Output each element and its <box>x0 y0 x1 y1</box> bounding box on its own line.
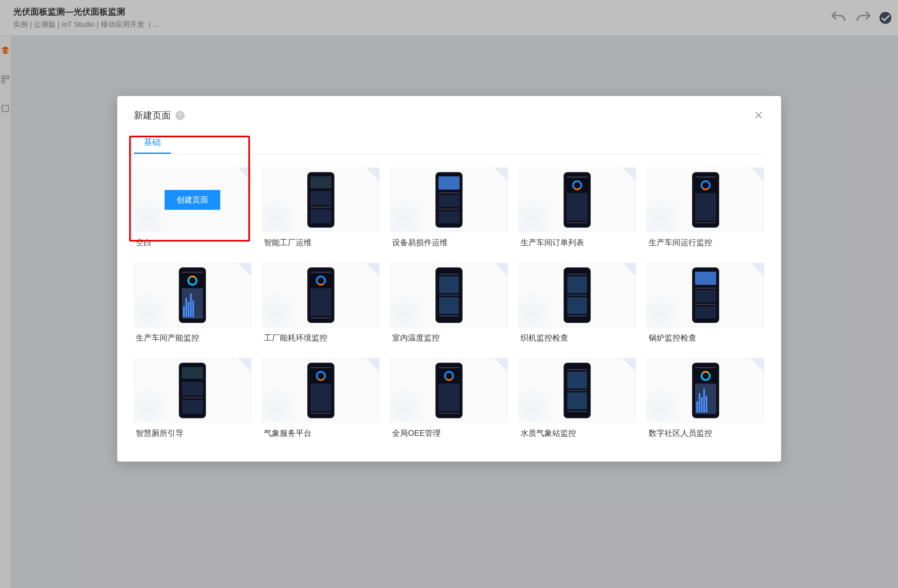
template-card[interactable]: 生产车间产能监控 <box>134 263 251 343</box>
phone-mockup <box>307 363 334 418</box>
phone-mockup <box>564 172 591 228</box>
template-preview <box>390 358 507 422</box>
template-name: 生产车间订单列表 <box>518 232 636 248</box>
template-card[interactable]: 织机监控检查 <box>518 263 636 343</box>
close-button[interactable] <box>753 109 764 121</box>
template-card[interactable]: 锅炉监控检查 <box>647 263 764 343</box>
template-card[interactable]: 设备易损件运维 <box>390 167 507 248</box>
template-card[interactable]: 数字社区人员监控 <box>647 358 764 438</box>
template-name: 锅炉监控检查 <box>647 327 764 343</box>
template-card[interactable]: 工厂能耗环境监控 <box>262 263 380 343</box>
template-preview <box>647 263 764 327</box>
phone-mockup <box>307 267 334 323</box>
tab-basic[interactable]: 基础 <box>134 132 171 154</box>
template-preview: 创建页面 <box>134 167 251 232</box>
template-name: 水质气象站监控 <box>518 422 636 438</box>
template-name: 生产车间运行监控 <box>647 232 764 248</box>
modal-header: 新建页面 ? <box>134 109 764 122</box>
template-preview <box>390 263 507 327</box>
template-preview <box>390 167 507 232</box>
template-card[interactable]: 水质气象站监控 <box>518 358 636 438</box>
template-preview <box>262 263 380 327</box>
template-card[interactable]: 室内温度监控 <box>390 263 507 343</box>
template-card[interactable]: 气象服务平台 <box>262 358 380 438</box>
template-grid: 创建页面空白智能工厂运维设备易损件运维生产车间订单列表生产车间运行监控生产车间产… <box>134 167 764 438</box>
phone-mockup <box>435 267 463 323</box>
template-name: 织机监控检查 <box>518 327 636 343</box>
template-name: 空白 <box>134 232 251 248</box>
template-card[interactable]: 智能工厂运维 <box>262 167 380 248</box>
phone-mockup <box>179 363 206 418</box>
template-preview <box>134 263 251 327</box>
phone-mockup <box>435 172 463 228</box>
phone-mockup <box>307 172 334 228</box>
phone-mockup <box>564 267 591 323</box>
help-icon[interactable]: ? <box>175 111 185 120</box>
template-preview <box>262 167 380 232</box>
phone-mockup <box>564 363 591 418</box>
phone-mockup <box>692 363 719 418</box>
template-name: 全局OEE管理 <box>390 422 507 438</box>
template-name: 智慧厕所引导 <box>134 422 251 438</box>
template-name: 数字社区人员监控 <box>647 422 764 438</box>
phone-mockup <box>435 363 463 418</box>
template-preview <box>134 358 251 422</box>
phone-mockup <box>692 267 719 323</box>
template-preview <box>647 167 764 232</box>
template-card[interactable]: 智慧厕所引导 <box>134 358 251 438</box>
template-name: 生产车间产能监控 <box>134 327 251 343</box>
template-preview <box>518 358 636 422</box>
template-preview <box>647 358 764 422</box>
template-card[interactable]: 创建页面空白 <box>134 167 251 248</box>
template-card[interactable]: 生产车间订单列表 <box>518 167 636 248</box>
template-preview <box>262 358 380 422</box>
modal-overlay: 新建页面 ? 基础 创建页面空白智能工厂运维设备易损件运维生产车间订单列表生产车… <box>0 0 898 588</box>
create-page-button[interactable]: 创建页面 <box>165 190 220 210</box>
template-preview <box>518 263 636 327</box>
template-name: 室内温度监控 <box>390 327 507 343</box>
template-name: 气象服务平台 <box>262 422 380 438</box>
modal-tabs: 基础 <box>134 132 764 154</box>
modal-title: 新建页面 <box>134 109 171 122</box>
template-card[interactable]: 生产车间运行监控 <box>647 167 764 248</box>
new-page-modal: 新建页面 ? 基础 创建页面空白智能工厂运维设备易损件运维生产车间订单列表生产车… <box>117 96 781 462</box>
phone-mockup <box>692 172 719 228</box>
template-name: 设备易损件运维 <box>390 232 507 248</box>
template-card[interactable]: 全局OEE管理 <box>390 358 507 438</box>
template-name: 工厂能耗环境监控 <box>262 327 380 343</box>
phone-mockup <box>179 267 206 323</box>
template-name: 智能工厂运维 <box>262 232 380 248</box>
template-preview <box>518 167 636 232</box>
